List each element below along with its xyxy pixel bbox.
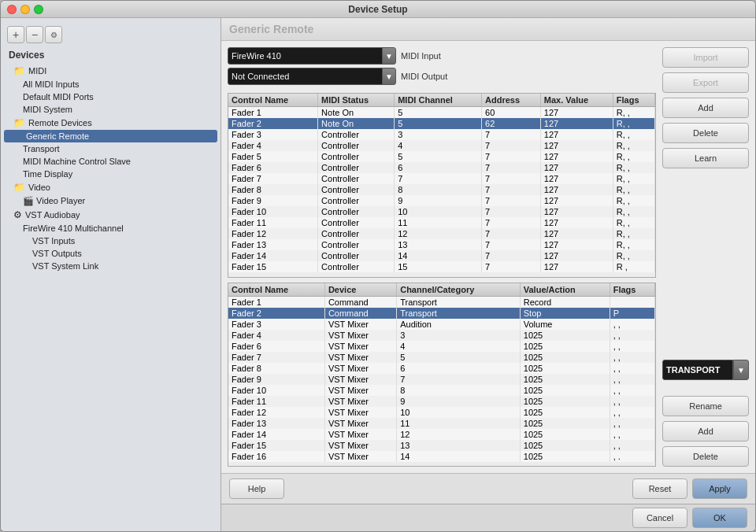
delete-button-upper[interactable]: Delete [662,123,749,143]
cell-flags2: , , [610,352,654,363]
close-button[interactable] [7,5,17,14]
sidebar-item-video-player[interactable]: 🎬 Video Player [1,194,220,208]
transport-arrow[interactable]: ▼ [733,360,749,380]
sidebar-item-label: 🎬 Video Player [23,196,85,206]
sidebar-item-vst-outputs[interactable]: VST Outputs [1,247,220,260]
upper-table-row[interactable]: Fader 3 Controller 3 7 127 R, , [228,129,655,140]
cell-flags: R, , [613,250,654,261]
upper-table-row[interactable]: Fader 13 Controller 13 7 127 R, , [228,239,655,250]
sidebar-item-generic-remote[interactable]: Generic Remote [4,130,217,142]
lower-table-row[interactable]: Fader 1 Command Transport Record [228,296,655,308]
sidebar-item-label: VST Audiobay [25,210,80,220]
maximize-button[interactable] [34,5,43,14]
minimize-button[interactable] [20,5,30,14]
upper-table-row[interactable]: Fader 9 Controller 9 7 127 R, , [228,195,655,206]
upper-table-row[interactable]: Fader 10 Controller 10 7 127 R, , [228,206,655,217]
midi-output-select[interactable]: Not Connected [228,68,385,85]
lower-table-row[interactable]: Fader 2 Command Transport Stop P [228,308,655,319]
lower-table-row[interactable]: Fader 10 VST Mixer 8 1025 , , [228,385,655,396]
cell-channel: Audition [397,319,521,330]
cell-max-value: 127 [540,217,613,228]
sidebar-item-label: Generic Remote [26,131,89,141]
lower-table-row[interactable]: Fader 4 VST Mixer 3 1025 , , [228,330,655,341]
sidebar-item-vst-system-link[interactable]: VST System Link [1,260,220,272]
cancel-button[interactable]: Cancel [632,508,687,528]
lower-table-row[interactable]: Fader 6 VST Mixer 4 1025 , , [228,341,655,352]
sidebar-item-midi-machine-control[interactable]: MIDI Machine Control Slave [1,155,220,168]
lower-table-row[interactable]: Fader 9 VST Mixer 7 1025 , , [228,374,655,385]
midi-input-arrow[interactable]: ▼ [382,47,396,65]
sidebar-item-vst-inputs[interactable]: VST Inputs [1,235,220,247]
add-device-button[interactable]: + [7,26,24,43]
import-button[interactable]: Import [662,47,749,68]
cell-control-name: Fader 15 [228,261,318,272]
cell-address: 7 [482,195,541,206]
sidebar-item-video[interactable]: 📁 Video [1,180,220,194]
options-button[interactable]: ⚙ [45,26,62,43]
lower-table-row[interactable]: Fader 8 VST Mixer 6 1025 , , [228,363,655,374]
upper-table-row[interactable]: Fader 4 Controller 4 7 127 R, , [228,140,655,151]
upper-table-row[interactable]: Fader 15 Controller 15 7 127 R , [228,261,655,272]
lower-table-wrapper[interactable]: Control Name Device Channel/Category Val… [228,283,655,467]
rename-button[interactable]: Rename [662,396,749,416]
cell-address: 7 [482,250,541,261]
sidebar-item-all-midi-inputs[interactable]: All MIDI Inputs [1,78,220,91]
add-button-lower[interactable]: Add [662,421,749,441]
transport-select[interactable]: TRANSPORT [662,360,733,380]
reset-button[interactable]: Reset [632,478,687,499]
sidebar-item-time-display[interactable]: Time Display [1,168,220,180]
lower-table-row[interactable]: Fader 11 VST Mixer 9 1025 , , [228,396,655,407]
midi-output-arrow[interactable]: ▼ [382,68,396,85]
upper-table-wrapper[interactable]: Control Name MIDI Status MIDI Channel Ad… [228,94,655,277]
sidebar-item-transport[interactable]: Transport [1,142,220,155]
cell-max-value: 127 [540,107,613,119]
folder-icon: 📁 [13,65,25,76]
cell-address: 7 [482,140,541,151]
cell-control-name: Fader 13 [228,239,318,250]
upper-table-row[interactable]: Fader 11 Controller 11 7 127 R, , [228,217,655,228]
cell-midi-status: Controller [318,162,395,173]
lower-table-row[interactable]: Fader 13 VST Mixer 11 1025 , , [228,418,655,429]
cell-midi-status: Controller [318,129,395,140]
sidebar-item-vst-audiobay[interactable]: ⚙ VST Audiobay [1,208,220,222]
sidebar-item-firewire-multichannel[interactable]: FireWire 410 Multichannel [1,222,220,235]
delete-button-lower[interactable]: Delete [662,446,749,467]
cell-device: VST Mixer [324,341,396,352]
cell-value: 1025 [520,374,610,385]
sidebar-item-midi-system[interactable]: MIDI System [1,103,220,116]
midi-input-select[interactable]: FireWire 410 [228,47,385,65]
lower-table: Control Name Device Channel/Category Val… [228,283,655,462]
upper-table-row[interactable]: Fader 1 Note On 5 60 127 R, , [228,107,655,119]
export-button[interactable]: Export [662,72,749,93]
upper-table-row[interactable]: Fader 6 Controller 6 7 127 R, , [228,162,655,173]
lower-table-row[interactable]: Fader 15 VST Mixer 13 1025 , , [228,440,655,451]
sidebar-item-remote-devices[interactable]: 📁 Remote Devices [1,116,220,130]
apply-button[interactable]: Apply [692,478,747,499]
learn-button[interactable]: Learn [662,148,749,168]
upper-table-row[interactable]: Fader 14 Controller 14 7 127 R, , [228,250,655,261]
cell-value: 1025 [520,396,610,407]
upper-table-row[interactable]: Fader 5 Controller 5 7 127 R, , [228,151,655,162]
ok-button[interactable]: OK [692,508,747,528]
upper-table-row[interactable]: Fader 12 Controller 12 7 127 R, , [228,228,655,239]
lower-table-row[interactable]: Fader 3 VST Mixer Audition Volume , , [228,319,655,330]
midi-input-wrapper: FireWire 410 ▼ [228,47,396,65]
remove-device-button[interactable]: − [26,26,43,43]
cell-midi-channel: 6 [395,162,482,173]
lower-table-row[interactable]: Fader 7 VST Mixer 5 1025 , , [228,352,655,363]
lower-table-row[interactable]: Fader 16 VST Mixer 14 1025 , . [228,451,655,462]
help-button[interactable]: Help [229,478,284,499]
upper-table-row[interactable]: Fader 8 Controller 8 7 127 R, , [228,184,655,195]
cell-midi-status: Controller [318,217,395,228]
upper-table-row[interactable]: Fader 2 Note On 5 62 127 R, , [228,118,655,129]
sidebar-item-default-midi-ports[interactable]: Default MIDI Ports [1,91,220,103]
upper-table-row[interactable]: Fader 7 Controller 7 7 127 R, , [228,173,655,184]
cell-midi-channel: 12 [395,228,482,239]
cell-control-name: Fader 3 [228,129,318,140]
lower-table-row[interactable]: Fader 12 VST Mixer 10 1025 , , [228,407,655,418]
lower-table-row[interactable]: Fader 14 VST Mixer 12 1025 , , [228,429,655,440]
sidebar-item-midi[interactable]: 📁 MIDI [1,64,220,78]
add-button-upper[interactable]: Add [662,98,749,118]
cell-max-value: 127 [540,228,613,239]
cell-flags: R, , [613,129,654,140]
